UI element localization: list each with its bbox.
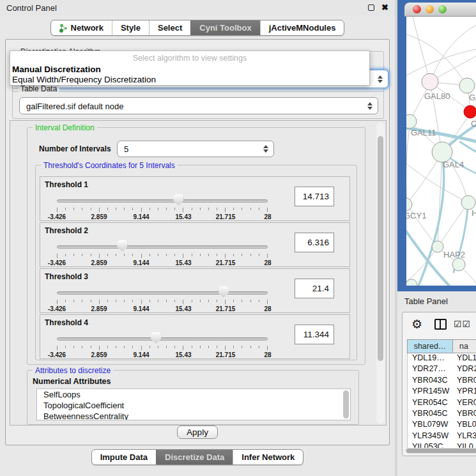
threshold-value-field[interactable]: 14.713: [295, 187, 334, 206]
cell-name[interactable]: YBR0: [453, 376, 476, 387]
network-node[interactable]: [452, 258, 465, 271]
network-window-titlebar[interactable]: [404, 3, 476, 17]
list-scrollbar[interactable]: [343, 390, 349, 418]
number-of-intervals-combobox[interactable]: 5: [117, 141, 274, 157]
node-label-partial: C: [471, 119, 476, 128]
network-node[interactable]: [406, 279, 417, 286]
select-columns-icon[interactable]: ☑☑: [454, 319, 471, 329]
cell-name[interactable]: YBR0: [453, 409, 476, 420]
scrollbar-thumb[interactable]: [406, 449, 476, 453]
minimize-traffic-light-icon[interactable]: [426, 5, 434, 13]
tab-cyni-toolbox[interactable]: Cyni Toolbox: [190, 20, 259, 35]
threshold-label: Threshold 2: [45, 226, 88, 235]
threshold-1-slider[interactable]: -3.426 2.859 9.144 15.43 21.715 28: [57, 194, 268, 220]
network-node[interactable]: [459, 78, 475, 93]
tab-infer-network[interactable]: Infer Network: [233, 450, 303, 464]
slider-track[interactable]: [57, 337, 268, 341]
table-row[interactable]: YER054CYER0: [408, 398, 476, 409]
cell-name[interactable]: YER0: [453, 398, 476, 409]
cell-name[interactable]: YBL0: [453, 420, 476, 431]
table-row[interactable]: YDR27…YDR2: [408, 364, 476, 375]
algorithm-dropdown-popup: Select algorithm to view settings Manual…: [10, 50, 370, 86]
table-row[interactable]: YPR145WYPR1: [408, 387, 476, 397]
slider-thumb[interactable]: [151, 332, 161, 344]
slider-tick-labels: -3.426 2.859 9.144 15.43 21.715 28: [57, 213, 268, 220]
cell-name[interactable]: YLR3: [453, 431, 476, 442]
tab-style[interactable]: Style: [112, 20, 149, 35]
table-row[interactable]: YBR045CYBR0: [408, 409, 476, 420]
threshold-label: Threshold 1: [45, 180, 88, 189]
network-canvas[interactable]: GAL80 GA C GAL11 GAL4 GCY1 H HAP2: [406, 17, 476, 286]
slider-thumb[interactable]: [173, 194, 183, 206]
gear-icon[interactable]: ⚙: [411, 317, 422, 332]
table-row[interactable]: YDL19…YDL1: [408, 353, 476, 364]
horizontal-scrollbar[interactable]: [405, 448, 476, 454]
tab-jactivemnodules[interactable]: jActiveMNodules: [260, 20, 344, 35]
cell-shared-name[interactable]: YER054C: [408, 398, 453, 409]
network-node[interactable]: [422, 73, 438, 90]
threshold-value-field[interactable]: 11.344: [295, 325, 334, 344]
threshold-2-slider[interactable]: -3.426 2.859 9.144 15.43 21.715 28: [57, 240, 268, 266]
close-traffic-light-icon[interactable]: [413, 5, 421, 13]
dropdown-option-manual-discretization[interactable]: Manual Discretization: [12, 65, 101, 74]
slider-track[interactable]: [57, 291, 268, 295]
table-panel-titlebar: Table Panel: [397, 291, 476, 309]
network-node[interactable]: [406, 198, 412, 211]
tab-discretize-data[interactable]: Discretize Data: [156, 450, 233, 464]
attribute-list-item[interactable]: SelfLoops: [37, 389, 350, 400]
network-node-hap2[interactable]: [432, 241, 443, 252]
attribute-list-item[interactable]: TopologicalCoefficient: [37, 400, 350, 411]
cell-shared-name[interactable]: YBL079W: [408, 420, 453, 431]
tick-label: 28: [264, 305, 271, 312]
control-panel-title: Control Panel: [6, 3, 57, 13]
threshold-value-field[interactable]: 6.316: [295, 233, 334, 252]
table-row[interactable]: YBR043CYBR0: [408, 376, 476, 387]
checkbox-icon: ☑: [463, 319, 472, 329]
tab-label: Network: [71, 20, 104, 36]
numerical-attributes-list[interactable]: SelfLoopsTopologicalCoefficientBetweenne…: [36, 388, 351, 420]
slider-thumb[interactable]: [117, 240, 127, 252]
tab-impute-data[interactable]: Impute Data: [92, 450, 156, 464]
table-row[interactable]: YLR345WYLR3: [408, 431, 476, 442]
cell-shared-name[interactable]: YPR145W: [408, 387, 453, 397]
scrollbar-thumb[interactable]: [378, 136, 383, 361]
zoom-traffic-light-icon[interactable]: [438, 5, 447, 13]
column-header-name[interactable]: na: [453, 340, 476, 353]
table-data-value: galFiltered.sif default node: [26, 101, 123, 111]
cell-name[interactable]: YDL1: [453, 353, 476, 364]
cell-shared-name[interactable]: YDL19…: [408, 353, 453, 364]
dropdown-prompt: Select algorithm to view settings: [10, 54, 369, 63]
node-label-partial: H: [472, 208, 476, 218]
table-data-combobox[interactable]: galFiltered.sif default node: [19, 97, 378, 114]
slider-track[interactable]: [57, 199, 268, 203]
apply-button[interactable]: Apply: [177, 426, 218, 439]
dropdown-option-equal-width-frequency[interactable]: Equal Width/Frequency Discretization: [12, 75, 156, 84]
vertical-scrollbar[interactable]: [376, 122, 385, 424]
column-header-shared-name[interactable]: shared…: [408, 340, 453, 353]
slider-track[interactable]: [57, 245, 268, 249]
network-node[interactable]: [461, 196, 475, 210]
numerical-attributes-heading: Numerical Attributes: [33, 377, 111, 386]
cell-shared-name[interactable]: YBR043C: [408, 376, 453, 387]
cell-name[interactable]: YPR1: [453, 387, 476, 397]
cell-shared-name[interactable]: YLR345W: [408, 431, 453, 442]
table-row[interactable]: YBL079WYBL0: [408, 420, 476, 431]
tab-network[interactable]: Network: [51, 20, 112, 35]
cell-name[interactable]: YDR2: [453, 364, 476, 375]
threshold-value-field[interactable]: 21.4: [295, 279, 334, 298]
highlighted-network-node[interactable]: [464, 105, 476, 118]
tab-label: Discretize Data: [165, 450, 224, 465]
tick-label: 28: [264, 213, 271, 220]
tick-label: 2.859: [91, 213, 107, 220]
close-icon[interactable]: ✖: [381, 3, 388, 12]
tick-label: 9.144: [133, 305, 149, 312]
slider-thumb[interactable]: [219, 286, 229, 298]
cell-shared-name[interactable]: YDR27…: [408, 364, 453, 375]
cell-shared-name[interactable]: YBR045C: [408, 409, 453, 420]
tab-select[interactable]: Select: [149, 20, 190, 35]
float-window-icon[interactable]: [368, 4, 374, 11]
columns-icon[interactable]: [434, 319, 447, 330]
threshold-3-slider[interactable]: -3.426 2.859 9.144 15.43 21.715 28: [57, 286, 268, 312]
threshold-4-slider[interactable]: -3.426 2.859 9.144 15.43 21.715 28: [57, 332, 268, 358]
attribute-list-item[interactable]: BetweennessCentrality: [37, 411, 350, 420]
